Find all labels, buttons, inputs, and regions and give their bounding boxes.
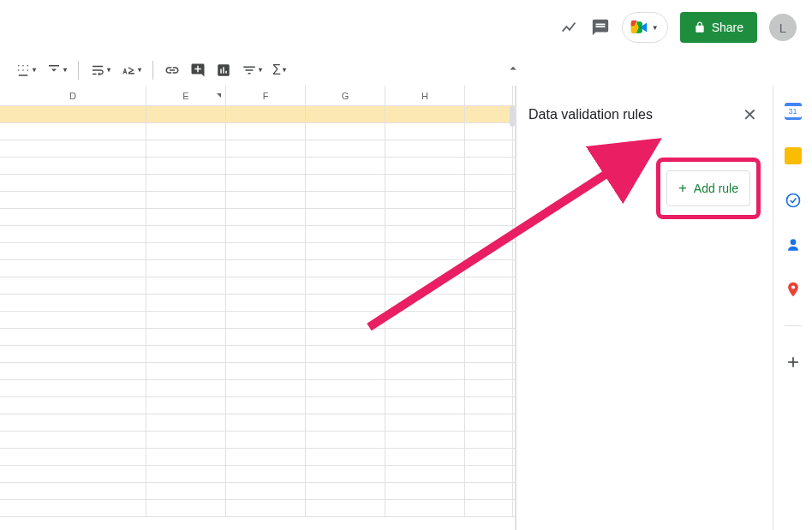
svg-point-1 (18, 65, 20, 67)
table-row[interactable] (0, 500, 515, 517)
keep-icon[interactable] (783, 146, 803, 166)
add-addon-icon[interactable] (783, 352, 803, 372)
insert-chart-tool[interactable] (212, 59, 235, 81)
table-row[interactable] (0, 295, 515, 312)
table-row[interactable] (0, 432, 515, 449)
svg-point-7 (786, 194, 799, 207)
data-validation-panel: Data validation rules ✕ + Add rule (516, 86, 773, 530)
contacts-icon[interactable] (783, 235, 803, 255)
comments-icon[interactable] (591, 18, 610, 37)
table-row[interactable] (0, 346, 515, 363)
table-row[interactable] (0, 158, 515, 175)
svg-point-5 (22, 69, 24, 71)
svg-point-6 (27, 69, 29, 71)
maps-icon[interactable] (783, 279, 803, 300)
separator (78, 61, 79, 80)
toolbar: ▾ ▾ ▾ ▾ ▾ Σ ▾ (0, 55, 812, 86)
lock-icon (694, 21, 706, 33)
column-header[interactable]: H (385, 86, 465, 105)
svg-point-4 (18, 69, 20, 71)
table-row[interactable] (0, 380, 515, 397)
share-label: Share (712, 21, 743, 34)
meet-button[interactable]: ▼ (622, 12, 668, 43)
calendar-icon[interactable] (783, 101, 803, 122)
top-bar: ▼ Share L (0, 0, 812, 55)
annotation-highlight: + Add rule (656, 158, 761, 219)
svg-point-8 (790, 239, 796, 245)
sidebar-title: Data validation rules (528, 107, 653, 122)
column-header[interactable]: G (306, 86, 385, 105)
filter-tool[interactable]: ▾ (238, 59, 266, 81)
table-row[interactable] (0, 329, 515, 346)
table-row[interactable] (0, 414, 515, 432)
tasks-icon[interactable] (783, 190, 803, 211)
rotate-text-tool[interactable]: ▾ (117, 59, 145, 81)
table-row[interactable] (0, 209, 515, 226)
insert-comment-tool[interactable] (187, 59, 209, 81)
table-row[interactable] (0, 123, 515, 140)
filter-indicator-icon[interactable] (217, 93, 221, 98)
add-rule-label: Add rule (694, 182, 738, 195)
history-trend-icon[interactable] (560, 18, 579, 37)
svg-point-9 (791, 285, 794, 289)
svg-point-3 (27, 65, 29, 67)
plus-icon: + (678, 180, 687, 197)
column-header[interactable]: E (146, 86, 226, 105)
svg-point-2 (22, 65, 24, 67)
table-row[interactable] (0, 243, 515, 260)
separator (785, 325, 802, 326)
side-panel-rail (773, 86, 812, 530)
column-header[interactable] (465, 86, 513, 105)
table-row[interactable] (0, 483, 515, 500)
vertical-align-tool[interactable]: ▾ (43, 59, 70, 81)
avatar[interactable]: L (769, 14, 797, 41)
table-row[interactable] (0, 449, 515, 466)
table-row[interactable] (0, 312, 515, 329)
border-bottom-tool[interactable]: ▾ (12, 59, 39, 81)
selected-row[interactable] (0, 106, 515, 123)
spreadsheet-grid[interactable]: D E F G H (0, 86, 516, 530)
table-row[interactable] (0, 397, 515, 414)
share-button[interactable]: Share (680, 12, 757, 43)
dropdown-arrow-icon: ▼ (652, 24, 659, 32)
wrap-text-tool[interactable]: ▾ (87, 59, 114, 81)
table-row[interactable] (0, 140, 515, 158)
column-header[interactable]: D (0, 86, 146, 105)
scrollbar[interactable] (510, 106, 515, 127)
column-headers: D E F G H (0, 86, 515, 106)
separator (152, 61, 153, 80)
table-row[interactable] (0, 363, 515, 380)
functions-tool[interactable]: Σ ▾ (269, 59, 290, 81)
add-rule-button[interactable]: + Add rule (666, 170, 750, 206)
insert-link-tool[interactable] (161, 59, 183, 81)
table-row[interactable] (0, 260, 515, 277)
table-row[interactable] (0, 277, 515, 295)
column-header[interactable]: F (226, 86, 306, 105)
table-row[interactable] (0, 226, 515, 243)
table-row[interactable] (0, 466, 515, 483)
collapse-toolbar-icon[interactable] (505, 61, 521, 80)
table-row[interactable] (0, 175, 515, 192)
table-row[interactable] (0, 192, 515, 209)
close-icon[interactable]: ✕ (739, 101, 761, 128)
